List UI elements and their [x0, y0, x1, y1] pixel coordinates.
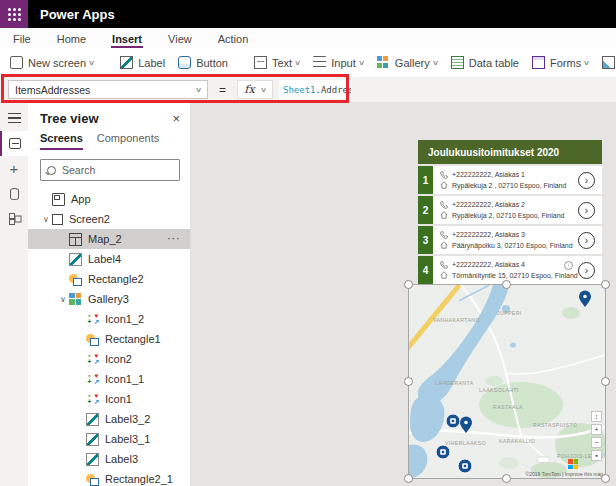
next-arrow-button[interactable]: › [578, 262, 595, 279]
tree-item-rectangle1[interactable]: Rectangle1 [28, 329, 190, 349]
rail-item-advanced-tools[interactable] [0, 206, 28, 231]
toolbar-button-button[interactable]: Button [178, 56, 228, 69]
gallery-row-number: 1 [418, 166, 433, 194]
tree-item-rectangle2[interactable]: Rectangle2 [28, 269, 190, 289]
chevron-down-icon[interactable]: ∨ [40, 215, 52, 224]
next-arrow-button[interactable]: › [578, 202, 595, 219]
tree-item-label3[interactable]: Label3 [28, 449, 190, 469]
next-arrow-button[interactable]: › [578, 172, 595, 189]
search-placeholder: Search [62, 164, 95, 176]
app-icon [52, 193, 65, 206]
toolbar-button-forms[interactable]: Forms∨ [532, 56, 589, 69]
menu-item-action[interactable]: Action [217, 31, 250, 48]
menu-item-insert[interactable]: Insert [111, 31, 143, 48]
tree-item-icon1_1[interactable]: ▪♥+↗Icon1_1 [28, 369, 190, 389]
menu-item-home[interactable]: Home [56, 31, 87, 48]
tree-item-screen2[interactable]: ∨Screen2 [28, 209, 190, 229]
tab-screens[interactable]: Screens [40, 132, 83, 150]
map-birdseye-button[interactable]: ▪ [591, 450, 602, 461]
data-table-icon [451, 56, 464, 69]
selection-handle[interactable] [404, 280, 413, 289]
waffle-menu-icon[interactable] [0, 0, 28, 28]
gallery-row[interactable]: 2+222222222, Asiakas 2Rypälekuja 2, 0271… [418, 196, 602, 224]
gallery-row[interactable]: 4+222222222, Asiakas 4Törmäniityntie 15,… [418, 256, 602, 284]
map-place-label: VANHAKARTANO [433, 317, 480, 323]
rail-item-data[interactable] [0, 181, 28, 206]
label-icon [86, 433, 99, 446]
tree-item-icon2[interactable]: ▪♥+↗Icon2 [28, 349, 190, 369]
map-marker-poi[interactable] [458, 459, 472, 473]
toolbar-button-label: Button [196, 57, 228, 69]
map-control[interactable]: VANHAKARTANOJUPPERILÄHDERANTALAAKSOLAHTI… [409, 285, 605, 478]
rail-item-insert[interactable]: + [0, 156, 28, 181]
toolbar-button-new-screen[interactable]: New screen∨ [10, 56, 94, 69]
tree-view-icon [9, 138, 21, 149]
toolbar-button-media[interactable]: Media∨ [602, 56, 616, 69]
app-bar: Power Apps [0, 0, 616, 28]
formula-input[interactable]: Sheet1.Address [279, 80, 351, 99]
map-place-label: RASTASPUISTO [533, 422, 577, 428]
tab-components[interactable]: Components [97, 132, 159, 150]
toolbar-button-text[interactable]: Text∨ [254, 56, 300, 69]
selection-handle[interactable] [502, 474, 511, 483]
toolbar-button-label: Text [272, 57, 292, 69]
iconset-icon: ▪♥+↗ [86, 393, 99, 406]
gallery-row-number: 4 [418, 256, 433, 284]
tree-item-icon1_2[interactable]: ▪♥+↗Icon1_2 [28, 309, 190, 329]
selection-handle[interactable] [601, 280, 610, 289]
iconset-icon: ▪♥+↗ [86, 373, 99, 386]
tree-item-rectangle2_1[interactable]: Rectangle2_1 [28, 469, 190, 486]
tree-item-label: Label3_2 [105, 413, 150, 425]
tree-item-label3_2[interactable]: Label3_2 [28, 409, 190, 429]
tree-view-title: Tree view [40, 111, 99, 126]
map-marker-poi[interactable] [436, 445, 450, 459]
canvas: Joulukuusitoimitukset 2020 1+222222222, … [191, 102, 616, 486]
selection-handle[interactable] [404, 474, 413, 483]
map-image: VANHAKARTANOJUPPERILÄHDERANTALAAKSOLAHTI… [409, 285, 605, 478]
rail-item-hamburger[interactable] [0, 106, 28, 131]
info-icon: i [564, 261, 573, 270]
map-place-label: LÄHDERANTA [435, 380, 474, 386]
toolbar-button-label[interactable]: Label [120, 56, 165, 69]
more-options-icon[interactable]: ··· [168, 234, 182, 244]
tree-item-map_2[interactable]: Map_2··· [28, 229, 190, 249]
menu-item-view[interactable]: View [167, 31, 193, 48]
gallery-row[interactable]: 1+222222222, Asiakas 1Rypälekuja 2 , 027… [418, 166, 602, 194]
tree-item-label3_1[interactable]: Label3_1 [28, 429, 190, 449]
map-zoom-in-button[interactable]: + [591, 424, 602, 435]
gallery-row[interactable]: 3+222222222, Asiakas 3Päärynäpolku 3, 02… [418, 226, 602, 254]
tree-item-label: Gallery3 [88, 293, 129, 305]
next-arrow-button[interactable]: › [578, 232, 595, 249]
selection-handle[interactable] [502, 280, 511, 289]
map-tilt-button[interactable]: ↕ [591, 411, 602, 422]
menu-item-file[interactable]: File [12, 31, 32, 48]
media-icon [602, 56, 615, 69]
selection-handle[interactable] [601, 474, 610, 483]
tree-item-icon1[interactable]: ▪♥+↗Icon1 [28, 389, 190, 409]
close-icon[interactable]: × [172, 112, 180, 125]
tree-item-label: Icon1 [105, 393, 132, 405]
fx-button[interactable]: fx ∨ [237, 80, 273, 99]
tree-item-gallery3[interactable]: ∨Gallery3 [28, 289, 190, 309]
search-input[interactable]: Search [40, 159, 180, 181]
selection-handle[interactable] [404, 377, 413, 386]
toolbar-button-label: Gallery [395, 57, 430, 69]
toolbar-button-input[interactable]: Input∨ [313, 56, 364, 69]
rail-item-tree-view[interactable] [0, 131, 28, 156]
chevron-down-icon[interactable]: ∨ [57, 295, 69, 304]
map-zoom-out-button[interactable]: − [591, 437, 602, 448]
data-icon [10, 188, 19, 200]
tree-item-label4[interactable]: Label4 [28, 249, 190, 269]
toolbar-button-data-table[interactable]: Data table [451, 56, 519, 69]
rect-icon [86, 333, 99, 346]
hamburger-icon [8, 113, 21, 124]
tree-item-label: Rectangle2 [88, 273, 144, 285]
home-icon [440, 181, 448, 189]
toolbar-button-gallery[interactable]: Gallery∨ [377, 56, 438, 69]
map-marker-poi[interactable] [446, 414, 460, 428]
property-selector-dropdown[interactable]: ItemsAddresses ∨ [8, 80, 208, 99]
selection-handle[interactable] [601, 377, 610, 386]
app-title: Power Apps [40, 7, 115, 22]
tree-item-app[interactable]: App [28, 189, 190, 209]
workspace: + Tree view × ScreensComponents Search A… [0, 102, 616, 486]
